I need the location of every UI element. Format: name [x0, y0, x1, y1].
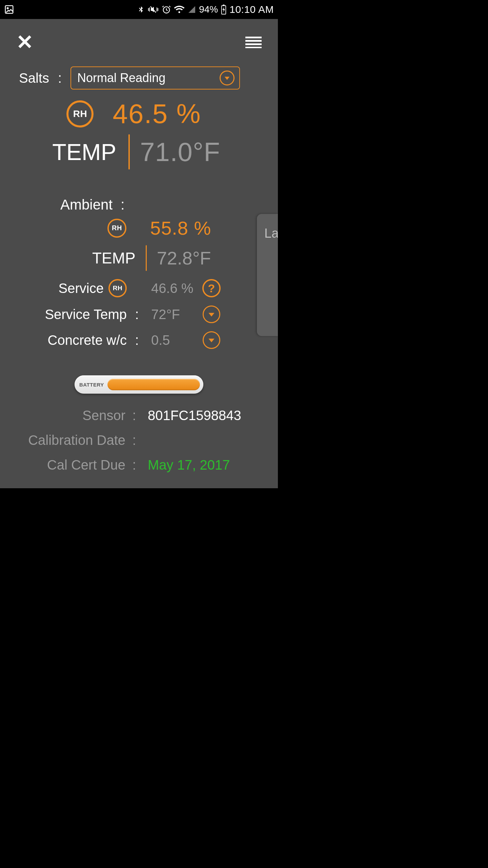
sensor-value: 801FC1598843	[143, 408, 264, 423]
signal-icon	[187, 5, 196, 14]
ambient-rh-value: 55.8 %	[150, 217, 211, 239]
rh-icon: RH	[66, 100, 94, 127]
salts-label: Salts	[19, 71, 49, 86]
battery-label: BATTERY	[79, 382, 104, 388]
main-temp-value: 71.0°F	[130, 137, 220, 167]
service-temp-label: Service Temp	[0, 307, 129, 322]
chevron-down-icon	[220, 71, 235, 85]
status-bar: 94% 10:10 AM	[0, 0, 278, 19]
calibration-date-row: Calibration Date :	[7, 433, 264, 448]
salts-selected: Normal Reading	[77, 71, 165, 85]
battery-charging-icon	[221, 4, 227, 15]
ambient-label-row: Ambient :	[0, 197, 278, 213]
salts-dropdown[interactable]: Normal Reading	[70, 66, 240, 90]
sensor-row: Sensor : 801FC1598843	[7, 408, 264, 423]
service-temp-value: 72°F	[145, 307, 196, 322]
main-rh-row: RH 46.5 %	[66, 98, 201, 130]
image-icon	[4, 4, 14, 15]
salts-colon: :	[58, 71, 62, 86]
concrete-wc-value: 0.5	[145, 333, 196, 348]
bluetooth-icon	[137, 4, 145, 15]
wifi-icon	[174, 5, 185, 14]
cal-cert-due-row: Cal Cert Due : May 17, 2017	[7, 457, 264, 473]
ambient-block: RH 55.8 % TEMP 72.8°F	[0, 217, 278, 271]
topbar: ✕	[0, 19, 278, 56]
sensor-label: Sensor	[7, 408, 125, 423]
main-reading: RH 46.5 % TEMP 71.0°F	[0, 98, 278, 170]
cal-cert-due-value: May 17, 2017	[143, 457, 264, 473]
service-rh-label: Service	[59, 281, 104, 296]
screen: ✕ Salts : Normal Reading RH 46.5 % TEMP …	[0, 19, 278, 488]
close-icon[interactable]: ✕	[16, 32, 33, 53]
battery-fill	[107, 379, 200, 390]
calibration-date-label: Calibration Date	[7, 433, 125, 448]
concrete-wc-colon: :	[132, 333, 142, 348]
main-temp-row: TEMP 71.0°F	[52, 134, 220, 170]
service-rh-value: 46.6 %	[145, 281, 196, 296]
service-temp-row: Service Temp : 72°F	[0, 305, 278, 323]
alarm-icon	[162, 5, 171, 14]
main-rh-value: 46.5 %	[113, 98, 201, 130]
concrete-wc-dropdown[interactable]	[203, 331, 220, 349]
ambient-temp-label: TEMP	[92, 249, 146, 267]
battery-percent: 94%	[199, 4, 218, 15]
ambient-temp-row: TEMP 72.8°F	[0, 245, 278, 271]
ambient-colon: :	[121, 197, 125, 213]
service-rh-row: Service RH : 46.6 % ?	[0, 279, 278, 297]
side-tab-text: La	[264, 226, 278, 241]
menu-icon[interactable]	[245, 37, 262, 48]
ambient-temp-value: 72.8°F	[147, 248, 211, 269]
ambient-label: Ambient	[60, 197, 113, 213]
svg-point-1	[7, 7, 8, 9]
clock-time: 10:10 AM	[229, 4, 274, 15]
service-temp-dropdown[interactable]	[203, 305, 220, 323]
battery-indicator: BATTERY	[0, 375, 278, 394]
side-tab[interactable]: La	[257, 214, 278, 336]
concrete-wc-row: Concrete w/c : 0.5	[0, 331, 278, 349]
vibrate-mute-icon	[147, 4, 159, 15]
rh-icon: RH	[108, 279, 127, 297]
svg-rect-5	[223, 5, 225, 6]
concrete-wc-label: Concrete w/c	[0, 333, 129, 348]
ambient-rh-row: RH 55.8 %	[0, 217, 278, 239]
main-temp-label: TEMP	[52, 139, 128, 165]
service-block: Service RH : 46.6 % ? Service Temp : 72°…	[0, 279, 278, 349]
help-icon[interactable]: ?	[202, 279, 221, 297]
info-block: Sensor : 801FC1598843 Calibration Date :…	[0, 408, 278, 473]
rh-icon: RH	[107, 219, 126, 238]
service-temp-colon: :	[132, 307, 142, 322]
cal-cert-due-label: Cal Cert Due	[7, 457, 125, 473]
salts-row: Salts : Normal Reading	[0, 56, 278, 90]
